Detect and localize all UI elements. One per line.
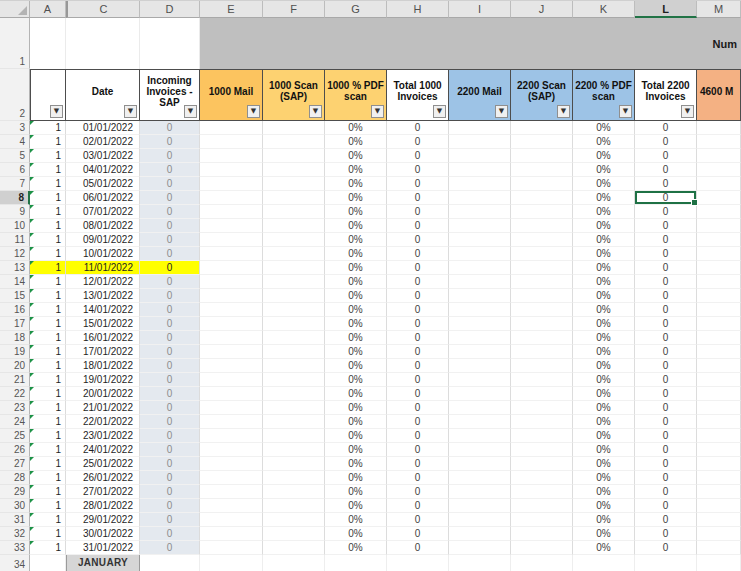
filter-button-H[interactable]: ▼ bbox=[433, 105, 446, 118]
cell-C23[interactable]: 21/01/2022 bbox=[66, 401, 140, 415]
cell-M26[interactable] bbox=[697, 443, 741, 457]
cell-G12[interactable]: 0% bbox=[325, 247, 387, 261]
cell-A5[interactable]: 1 bbox=[30, 149, 66, 163]
row-header-1[interactable]: 1 bbox=[0, 18, 30, 69]
cell-M28[interactable] bbox=[697, 471, 741, 485]
cell-J6[interactable] bbox=[511, 163, 573, 177]
cell-G34[interactable] bbox=[325, 555, 387, 571]
cell-M5[interactable] bbox=[697, 149, 741, 163]
cell-I8[interactable] bbox=[449, 191, 511, 205]
cell-D10[interactable]: 0 bbox=[140, 219, 200, 233]
cell-K24[interactable]: 0% bbox=[573, 415, 635, 429]
cell-J18[interactable] bbox=[511, 331, 573, 345]
row-header-28[interactable]: 28 bbox=[0, 471, 30, 485]
cell-D28[interactable]: 0 bbox=[140, 471, 200, 485]
cell-K32[interactable]: 0% bbox=[573, 527, 635, 541]
cell-J14[interactable] bbox=[511, 275, 573, 289]
row-header-30[interactable]: 30 bbox=[0, 499, 30, 513]
row-header-12[interactable]: 12 bbox=[0, 247, 30, 261]
cell-M12[interactable] bbox=[697, 247, 741, 261]
cell-I9[interactable] bbox=[449, 205, 511, 219]
cell-G25[interactable]: 0% bbox=[325, 429, 387, 443]
cell-C24[interactable]: 22/01/2022 bbox=[66, 415, 140, 429]
cell-L24[interactable]: 0 bbox=[635, 415, 697, 429]
cell-I10[interactable] bbox=[449, 219, 511, 233]
cell-H26[interactable]: 0 bbox=[387, 443, 449, 457]
cell-M21[interactable] bbox=[697, 373, 741, 387]
cell-J26[interactable] bbox=[511, 443, 573, 457]
cell-K8[interactable]: 0% bbox=[573, 191, 635, 205]
cell-L22[interactable]: 0 bbox=[635, 387, 697, 401]
cell-E8[interactable] bbox=[200, 191, 263, 205]
cell-K21[interactable]: 0% bbox=[573, 373, 635, 387]
row-header-15[interactable]: 15 bbox=[0, 289, 30, 303]
cell-E11[interactable] bbox=[200, 233, 263, 247]
cell-J15[interactable] bbox=[511, 289, 573, 303]
cell-I14[interactable] bbox=[449, 275, 511, 289]
cell-L33[interactable]: 0 bbox=[635, 541, 697, 555]
cell-E22[interactable] bbox=[200, 387, 263, 401]
cell-M9[interactable] bbox=[697, 205, 741, 219]
header-cell-I[interactable]: 2200 Mail▼ bbox=[449, 69, 511, 121]
cell-E20[interactable] bbox=[200, 359, 263, 373]
cell-H6[interactable]: 0 bbox=[387, 163, 449, 177]
cell-E31[interactable] bbox=[200, 513, 263, 527]
row-header-6[interactable]: 6 bbox=[0, 163, 30, 177]
cell-A4[interactable]: 1 bbox=[30, 135, 66, 149]
cell-H5[interactable]: 0 bbox=[387, 149, 449, 163]
cell-M14[interactable] bbox=[697, 275, 741, 289]
cell-F12[interactable] bbox=[263, 247, 325, 261]
cell-M24[interactable] bbox=[697, 415, 741, 429]
cell-F17[interactable] bbox=[263, 317, 325, 331]
cell-J12[interactable] bbox=[511, 247, 573, 261]
cell-M31[interactable] bbox=[697, 513, 741, 527]
cell-E7[interactable] bbox=[200, 177, 263, 191]
cell-A28[interactable]: 1 bbox=[30, 471, 66, 485]
cell-G6[interactable]: 0% bbox=[325, 163, 387, 177]
column-header-D[interactable]: D bbox=[140, 1, 200, 18]
cell-I19[interactable] bbox=[449, 345, 511, 359]
cell-G21[interactable]: 0% bbox=[325, 373, 387, 387]
cell-H10[interactable]: 0 bbox=[387, 219, 449, 233]
cell-L21[interactable]: 0 bbox=[635, 373, 697, 387]
row-header-27[interactable]: 27 bbox=[0, 457, 30, 471]
cell-K6[interactable]: 0% bbox=[573, 163, 635, 177]
cell-I25[interactable] bbox=[449, 429, 511, 443]
cell-D24[interactable]: 0 bbox=[140, 415, 200, 429]
cell-D3[interactable]: 0 bbox=[140, 121, 200, 135]
cell-I21[interactable] bbox=[449, 373, 511, 387]
cell-A12[interactable]: 1 bbox=[30, 247, 66, 261]
cell-M27[interactable] bbox=[697, 457, 741, 471]
cell-F11[interactable] bbox=[263, 233, 325, 247]
cell-K25[interactable]: 0% bbox=[573, 429, 635, 443]
header-cell-E[interactable]: 1000 Mail▼ bbox=[200, 69, 263, 121]
cell-G26[interactable]: 0% bbox=[325, 443, 387, 457]
cell-E24[interactable] bbox=[200, 415, 263, 429]
cell-H31[interactable]: 0 bbox=[387, 513, 449, 527]
row-header-26[interactable]: 26 bbox=[0, 443, 30, 457]
cell-G20[interactable]: 0% bbox=[325, 359, 387, 373]
cell-F34[interactable] bbox=[263, 555, 325, 571]
cell-D22[interactable]: 0 bbox=[140, 387, 200, 401]
cell-A7[interactable]: 1 bbox=[30, 177, 66, 191]
cell-I15[interactable] bbox=[449, 289, 511, 303]
cell-L14[interactable]: 0 bbox=[635, 275, 697, 289]
row-header-14[interactable]: 14 bbox=[0, 275, 30, 289]
cell-D16[interactable]: 0 bbox=[140, 303, 200, 317]
cell-A16[interactable]: 1 bbox=[30, 303, 66, 317]
cell-J29[interactable] bbox=[511, 485, 573, 499]
cell-F5[interactable] bbox=[263, 149, 325, 163]
column-header-I[interactable]: I bbox=[449, 1, 511, 18]
row-header-3[interactable]: 3 bbox=[0, 121, 30, 135]
cell-K15[interactable]: 0% bbox=[573, 289, 635, 303]
cell-L29[interactable]: 0 bbox=[635, 485, 697, 499]
cell-F21[interactable] bbox=[263, 373, 325, 387]
cell-A30[interactable]: 1 bbox=[30, 499, 66, 513]
cell-D7[interactable]: 0 bbox=[140, 177, 200, 191]
header-cell-A[interactable]: ▼ bbox=[30, 69, 66, 121]
cell-A31[interactable]: 1 bbox=[30, 513, 66, 527]
cell-E4[interactable] bbox=[200, 135, 263, 149]
cell-C15[interactable]: 13/01/2022 bbox=[66, 289, 140, 303]
cell-H28[interactable]: 0 bbox=[387, 471, 449, 485]
cell-E33[interactable] bbox=[200, 541, 263, 555]
